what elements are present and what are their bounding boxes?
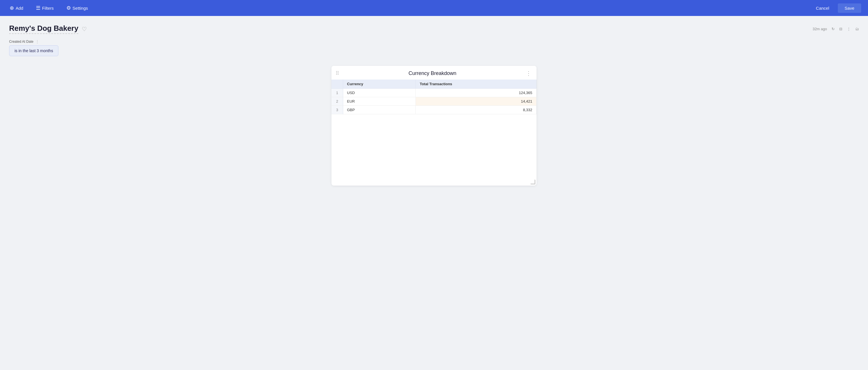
timestamp: 32m ago xyxy=(812,27,827,31)
filter-options-icon[interactable]: ⋮ xyxy=(36,39,39,44)
widget-area: ⠿ Currency Breakdown ⋮ Currency Total Tr… xyxy=(9,63,859,186)
add-button[interactable]: ⊕ Add xyxy=(7,3,26,13)
cell-total-transactions: 8,332 xyxy=(415,106,536,114)
col-currency: Currency xyxy=(343,80,415,89)
add-label: Add xyxy=(16,6,23,10)
cell-row-num: 2 xyxy=(332,97,343,106)
topbar-left: ⊕ Add ☰ Filters ⚙ Settings xyxy=(7,3,91,13)
filters-button[interactable]: ☰ Filters xyxy=(33,3,57,13)
page-title-row: Remy's Dog Bakery ♡ xyxy=(9,24,87,34)
drag-handle-icon[interactable]: ⠿ xyxy=(336,70,339,76)
currency-breakdown-widget: ⠿ Currency Breakdown ⋮ Currency Total Tr… xyxy=(332,66,536,186)
favorite-icon[interactable]: ♡ xyxy=(82,26,87,32)
cancel-button[interactable]: Cancel xyxy=(811,3,834,13)
cell-total-transactions: 124,365 xyxy=(415,89,536,97)
cell-currency: GBP xyxy=(343,106,415,114)
filter-chip[interactable]: is in the last 3 months xyxy=(9,45,58,56)
filters-label: Filters xyxy=(42,6,54,10)
settings-button[interactable]: ⚙ Settings xyxy=(63,3,91,13)
widget-header: ⠿ Currency Breakdown ⋮ xyxy=(332,66,536,80)
add-icon: ⊕ xyxy=(10,5,14,11)
col-num xyxy=(332,80,343,89)
header-actions: 32m ago ↻ ⊟ ⋮ 🗂 xyxy=(812,27,859,31)
cell-currency: USD xyxy=(343,89,415,97)
settings-icon: ⚙ xyxy=(66,5,71,11)
folder-icon[interactable]: 🗂 xyxy=(855,27,859,31)
cell-currency: EUR xyxy=(343,97,415,106)
settings-label: Settings xyxy=(73,6,88,10)
filter-icon[interactable]: ⊟ xyxy=(839,27,842,31)
more-options-icon[interactable]: ⋮ xyxy=(847,27,850,31)
topbar-right: Cancel Save xyxy=(811,3,861,13)
filter-field-label: Created At Date xyxy=(9,39,33,44)
cell-row-num: 3 xyxy=(332,106,343,114)
topbar: ⊕ Add ☰ Filters ⚙ Settings Cancel Save xyxy=(0,0,868,16)
table-header-row: Currency Total Transactions xyxy=(332,80,536,89)
table-row: 1USD124,365 xyxy=(332,89,536,97)
table-row: 2EUR14,421 xyxy=(332,97,536,106)
page-content: Remy's Dog Bakery ♡ 32m ago ↻ ⊟ ⋮ 🗂 Crea… xyxy=(0,16,868,194)
table-header: Currency Total Transactions xyxy=(332,80,536,89)
refresh-icon[interactable]: ↻ xyxy=(832,27,835,31)
page-header: Remy's Dog Bakery ♡ 32m ago ↻ ⊟ ⋮ 🗂 xyxy=(9,24,859,34)
filter-label-row: Created At Date ⋮ xyxy=(9,39,859,44)
filters-icon: ☰ xyxy=(36,5,40,11)
currency-table: Currency Total Transactions 1USD124,3652… xyxy=(332,80,536,114)
cell-row-num: 1 xyxy=(332,89,343,97)
col-total-transactions: Total Transactions xyxy=(415,80,536,89)
cell-total-transactions: 14,421 xyxy=(415,97,536,106)
filter-section: Created At Date ⋮ is in the last 3 month… xyxy=(9,39,859,56)
table-body: 1USD124,3652EUR14,4213GBP8,332 xyxy=(332,89,536,114)
page-title: Remy's Dog Bakery xyxy=(9,24,78,34)
table-row: 3GBP8,332 xyxy=(332,106,536,114)
widget-title: Currency Breakdown xyxy=(339,70,526,76)
widget-more-options-icon[interactable]: ⋮ xyxy=(526,70,531,77)
save-button[interactable]: Save xyxy=(838,3,861,13)
